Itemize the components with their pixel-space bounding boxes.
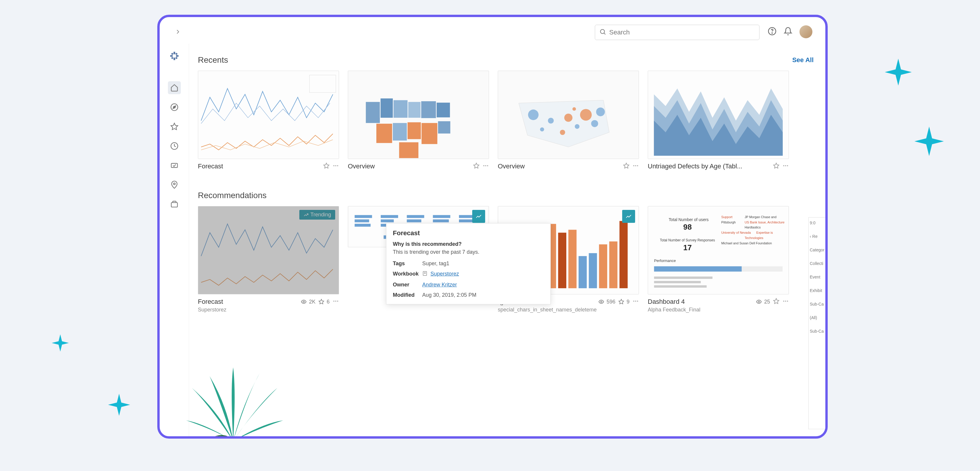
modified-label: Modified: [393, 292, 419, 298]
more-icon[interactable]: [632, 163, 639, 170]
avatar[interactable]: [799, 25, 812, 38]
more-icon[interactable]: [332, 163, 339, 170]
svg-point-44: [548, 118, 554, 124]
star-outline-icon[interactable]: [473, 163, 480, 170]
svg-marker-14: [171, 123, 178, 129]
sparkle-icon: [106, 391, 132, 418]
svg-rect-36: [438, 121, 450, 134]
sidebar-toggle[interactable]: [172, 26, 184, 38]
popover-why-label: Why is this recommended?: [393, 241, 544, 247]
recommendation-card[interactable]: Total Number of users 98 Total Number of…: [648, 206, 789, 313]
svg-rect-33: [393, 123, 407, 141]
search-input[interactable]: [609, 29, 755, 36]
star-outline-icon[interactable]: [323, 163, 329, 170]
svg-rect-92: [558, 233, 566, 288]
logo-icon[interactable]: [168, 49, 181, 62]
recent-card[interactable]: Forecast: [198, 71, 339, 170]
card-title: Forecast: [198, 163, 320, 170]
svg-text:JP Morgan Chase and: JP Morgan Chase and: [745, 215, 776, 219]
trending-badge: Trending: [299, 210, 335, 220]
svg-point-52: [596, 107, 605, 116]
card-subtitle: special_chars_in_sheet_names_deleteme: [498, 307, 639, 313]
recent-card[interactable]: Overview: [498, 71, 639, 170]
explore-icon[interactable]: [168, 101, 181, 113]
collections-icon[interactable]: [168, 198, 181, 211]
bell-icon[interactable]: [784, 27, 792, 37]
shared-icon[interactable]: [168, 159, 181, 172]
star-outline-icon[interactable]: [773, 298, 780, 306]
svg-rect-11: [175, 57, 178, 59]
sparkle-icon: [882, 56, 915, 88]
svg-rect-75: [407, 215, 424, 218]
modified-value: Aug 30, 2019, 2:05 PM: [422, 292, 476, 298]
recents-row: Forecast: [198, 71, 825, 170]
svg-point-45: [564, 113, 573, 122]
thumbnail: Total Number of users 98 Total Number of…: [648, 206, 789, 294]
star-count[interactable]: 9: [618, 299, 630, 305]
svg-marker-38: [474, 163, 479, 168]
recent-icon[interactable]: [168, 139, 181, 152]
svg-point-66: [335, 300, 336, 302]
svg-text:98: 98: [683, 223, 692, 231]
sparkle-icon: [50, 333, 70, 353]
svg-rect-93: [568, 230, 577, 288]
svg-rect-70: [355, 219, 369, 222]
card-title: Overview: [498, 163, 620, 170]
star-icon[interactable]: [168, 120, 181, 133]
see-all-link[interactable]: See All: [792, 56, 814, 64]
svg-rect-6: [170, 55, 173, 57]
svg-text:Support: Support: [721, 215, 732, 219]
location-icon[interactable]: [168, 179, 181, 192]
chart-badge-icon: [622, 210, 635, 223]
recent-card[interactable]: Untriaged Defects by Age (Tabl...: [648, 71, 789, 170]
more-icon[interactable]: [783, 163, 789, 170]
search-box[interactable]: [595, 25, 759, 40]
svg-point-99: [600, 301, 602, 303]
svg-marker-58: [773, 163, 779, 168]
star-count[interactable]: 6: [318, 299, 329, 305]
svg-point-59: [783, 165, 784, 166]
svg-point-101: [633, 300, 635, 302]
svg-rect-94: [579, 256, 587, 288]
main-content: Recents See All: [198, 55, 825, 436]
svg-rect-27: [380, 98, 393, 118]
svg-point-17: [173, 183, 175, 185]
owner-link[interactable]: Andrew Kritzer: [422, 282, 457, 288]
svg-point-124: [758, 301, 759, 303]
more-icon[interactable]: [482, 163, 489, 170]
workbook-link[interactable]: Superstorez: [430, 271, 459, 278]
svg-marker-13: [173, 106, 175, 109]
view-count: 2K: [301, 299, 315, 305]
home-icon[interactable]: [168, 81, 181, 94]
svg-rect-123: [654, 285, 706, 287]
view-count: 25: [756, 299, 770, 305]
svg-marker-100: [619, 299, 624, 304]
popover-why-text: This is trending over the past 7 days.: [393, 249, 544, 255]
svg-rect-30: [422, 101, 436, 118]
help-icon[interactable]: [768, 27, 776, 37]
star-outline-icon[interactable]: [773, 163, 780, 170]
svg-text:Pittsburgh: Pittsburgh: [721, 220, 736, 224]
more-icon[interactable]: [332, 298, 339, 306]
star-outline-icon[interactable]: [623, 163, 630, 170]
svg-rect-79: [433, 219, 449, 222]
thumbnail: [198, 71, 339, 159]
more-icon[interactable]: [783, 298, 789, 306]
recent-card[interactable]: Overview: [348, 71, 489, 170]
svg-rect-7: [176, 55, 178, 57]
recommendation-card[interactable]: Trending Forecast 2K 6: [198, 206, 339, 313]
svg-point-56: [637, 165, 638, 166]
svg-point-60: [785, 165, 786, 166]
svg-rect-35: [422, 123, 438, 144]
thumbnail: [498, 71, 639, 159]
more-icon[interactable]: [632, 298, 639, 306]
svg-point-23: [335, 165, 336, 166]
svg-point-61: [787, 165, 788, 166]
recommendations-title: Recommendations: [198, 191, 266, 200]
svg-rect-26: [366, 102, 380, 123]
tags-label: Tags: [393, 260, 419, 267]
sidebar: [160, 43, 189, 436]
popover-title: Forecast: [393, 229, 544, 237]
app-window: Recents See All: [157, 15, 828, 439]
svg-rect-31: [437, 103, 450, 117]
